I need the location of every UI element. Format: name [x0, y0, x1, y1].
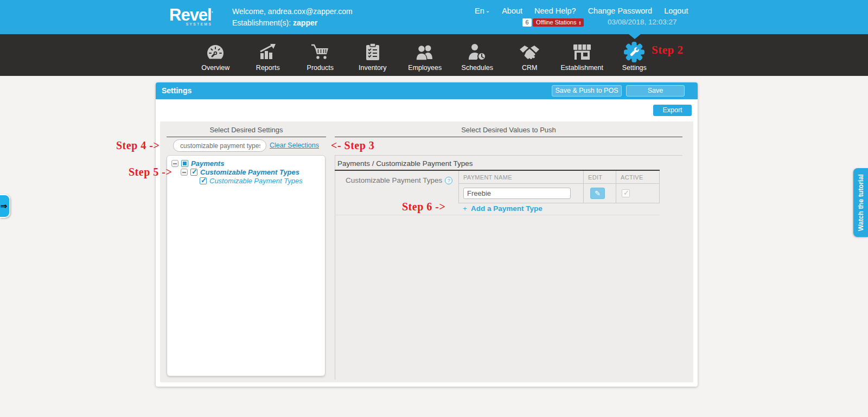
- help-icon[interactable]: ?: [445, 177, 452, 184]
- payment-name-input[interactable]: [463, 188, 571, 199]
- watch-tutorial-tab[interactable]: Watch the tutorial: [853, 168, 868, 237]
- nav-item-products[interactable]: Products: [294, 34, 347, 76]
- left-column-heading: Select Desired Settings: [167, 126, 326, 137]
- logout-link[interactable]: Logout: [664, 7, 688, 15]
- column-divider: [335, 155, 335, 380]
- sidebar-expand-tab[interactable]: ⇒: [0, 194, 10, 218]
- active-checkbox-disabled: [622, 189, 630, 197]
- screen: Revel’ SYSTEMS Welcome, andrea.cox@zappe…: [0, 0, 868, 417]
- settings-tree: Payments Customizable Payment Types Cust…: [167, 155, 326, 376]
- nav-item-inventory[interactable]: Inventory: [347, 34, 399, 76]
- annotation-step-5: Step 5 ->: [129, 166, 172, 178]
- need-help-link[interactable]: Need Help?: [534, 7, 576, 15]
- nav-item-schedules[interactable]: Schedules: [451, 34, 504, 76]
- gear-icon: [622, 41, 646, 63]
- annotation-step-6: Step 6 ->: [402, 201, 445, 213]
- payments-checkbox[interactable]: [181, 160, 188, 167]
- establishment-line: Establishment(s): zapper: [232, 17, 353, 29]
- nav-item-crm[interactable]: CRM: [503, 34, 556, 76]
- gauge-icon: [206, 41, 225, 63]
- payment-table-header: PAYMENT NAME EDIT ACTIVE: [458, 171, 660, 184]
- settings-workspace: Select Desired Settings Select Desired V…: [160, 121, 693, 382]
- annotation-step-3: <- Step 3: [331, 139, 374, 152]
- settings-search: [173, 139, 266, 152]
- edit-pencil-button[interactable]: ✎: [590, 188, 605, 199]
- language-dropdown[interactable]: En⌄: [475, 7, 490, 15]
- nav-item-reports[interactable]: Reports: [242, 34, 295, 76]
- column-header-edit: EDIT: [583, 171, 616, 184]
- people-icon: [415, 41, 435, 63]
- offline-stations-dropdown[interactable]: Offline Stations ▲▼: [533, 18, 584, 27]
- annotation-step-4: Step 4 ->: [116, 139, 159, 152]
- bar-chart-icon: [259, 41, 277, 63]
- tree-row-customizable-payment-types: Customizable Payment Types: [167, 168, 325, 176]
- save-button[interactable]: Save: [626, 85, 685, 97]
- column-header-active: ACTIVE: [616, 171, 660, 184]
- logo-brand: Revel’: [169, 5, 212, 24]
- datetime-display: 03/08/2018, 12:03:27: [608, 18, 677, 26]
- tree-row-payments: Payments: [167, 159, 325, 168]
- column-header-payment-name: PAYMENT NAME: [458, 171, 583, 184]
- sort-arrows-icon: ▲▼: [578, 21, 581, 25]
- breadcrumb: Payments / Customizable Payment Types: [337, 159, 473, 168]
- tree-label[interactable]: Payments: [191, 159, 224, 168]
- collapse-toggle-icon[interactable]: [181, 169, 188, 176]
- collapse-toggle-icon[interactable]: [171, 160, 178, 167]
- cart-icon: [310, 41, 330, 63]
- chevron-down-icon: ⌄: [486, 8, 490, 14]
- double-arrow-icon: ⇒: [1, 201, 8, 211]
- top-header-bar: Revel’ SYSTEMS Welcome, andrea.cox@zappe…: [0, 0, 868, 34]
- tree-row-customizable-payment-types-child: Customizable Payment Types: [167, 176, 325, 185]
- right-column-heading: Select Desired Values to Push: [335, 126, 682, 137]
- payment-table-row: ✎: [458, 184, 660, 203]
- export-button[interactable]: Export: [653, 105, 692, 116]
- storefront-icon: [573, 41, 591, 63]
- nav-item-establishment[interactable]: Establishment: [556, 34, 609, 76]
- add-payment-type-link[interactable]: +Add a Payment Type: [463, 204, 542, 213]
- save-push-pos-button[interactable]: Save & Push to POS: [552, 85, 622, 97]
- plus-icon: +: [463, 204, 467, 213]
- page-title: Settings: [162, 82, 192, 99]
- settings-titlebar: Settings Save & Push to POS Save: [156, 82, 698, 99]
- settings-card: Settings Save & Push to POS Save Export …: [156, 82, 698, 387]
- nav-item-overview[interactable]: Overview: [189, 34, 242, 76]
- welcome-block: Welcome, andrea.cox@zapper.com Establish…: [232, 6, 353, 29]
- change-password-link[interactable]: Change Password: [588, 7, 653, 15]
- person-clock-icon: [468, 41, 487, 63]
- nav-item-employees[interactable]: Employees: [399, 34, 451, 76]
- revel-logo: Revel’ SYSTEMS: [169, 4, 212, 26]
- establishment-value: zapper: [293, 18, 317, 27]
- customizable-payment-types-child-checkbox[interactable]: [200, 177, 207, 184]
- about-link[interactable]: About: [502, 7, 522, 15]
- welcome-text: Welcome, andrea.cox@zapper.com: [232, 6, 353, 17]
- annotation-step-2: Step 2: [652, 43, 683, 57]
- customizable-payment-types-checkbox[interactable]: [190, 169, 197, 176]
- right-panel-top-rule: [335, 155, 682, 156]
- table-bottom-rule: [335, 215, 660, 215]
- setting-row-label: Customizable Payment Types ?: [346, 176, 452, 184]
- handshake-icon: [519, 41, 540, 63]
- clear-selections-link[interactable]: Clear Selections: [270, 142, 319, 149]
- clipboard-icon: [366, 41, 380, 63]
- tree-label[interactable]: Customizable Payment Types: [200, 168, 299, 176]
- tree-label[interactable]: Customizable Payment Types: [209, 177, 303, 185]
- offline-count-badge: 6: [522, 18, 532, 27]
- settings-search-input[interactable]: [174, 140, 266, 151]
- pencil-icon: ✎: [595, 189, 601, 197]
